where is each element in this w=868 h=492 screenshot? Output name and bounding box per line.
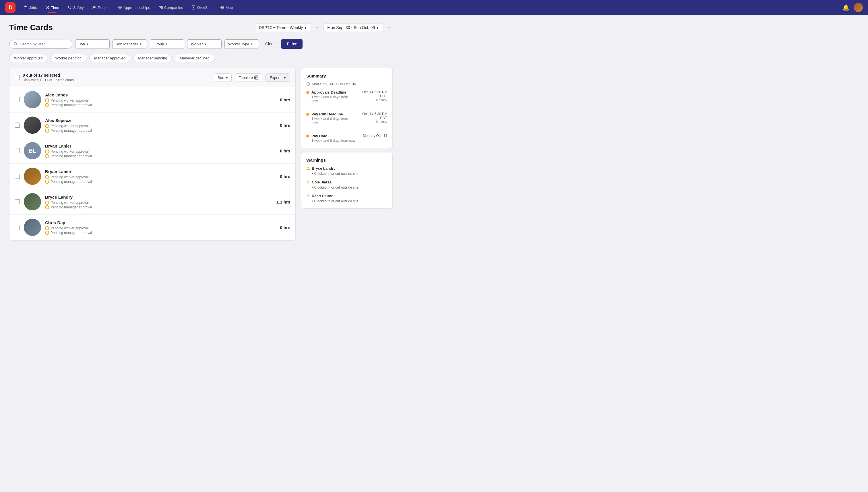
hours-display: 0 hrs (280, 123, 290, 128)
worker-filter[interactable]: Worker ▾ (187, 39, 222, 49)
date-range-selector[interactable]: Mon Sep, 30 - Sun Oct, 06 ▾ (323, 23, 382, 32)
nav-apprenticeships[interactable]: Apprenticeships (115, 4, 154, 11)
nav-map[interactable]: Map (217, 4, 236, 11)
status-pills: Worker approved Worker pending Manager a… (9, 54, 393, 62)
table-row[interactable]: BL Bryan Lanier Pending worker approval … (9, 138, 295, 164)
prev-week-button[interactable]: ← (313, 24, 321, 32)
worker-type-filter-label: Worker Type (228, 42, 249, 46)
warning-name-0: Bryce Landry (312, 166, 336, 171)
worker-pending-pill[interactable]: Worker pending (50, 54, 86, 62)
worker-type-filter[interactable]: Worker Type ▾ (224, 39, 259, 49)
dot-icon (306, 134, 309, 138)
nav-oversite[interactable]: OverSite (188, 4, 215, 11)
filter-button[interactable]: Filter (281, 39, 302, 49)
table-row[interactable]: Alex Jones Pending worker approval Pendi… (9, 87, 295, 113)
svg-point-3 (95, 6, 96, 7)
team-name: DSPTCH Team - Weekly (259, 25, 303, 30)
table-row[interactable]: Bryce Landry Pending worker approval Pen… (9, 189, 295, 215)
row-checkbox-4[interactable] (15, 199, 20, 204)
nav-time[interactable]: Time (42, 4, 62, 11)
svg-rect-0 (24, 7, 27, 9)
sort-button[interactable]: Sort ▾ (214, 73, 232, 82)
job-manager-filter[interactable]: Job Manager ▾ (113, 39, 147, 49)
warning-detail-0: Clocked in or out outside site (306, 172, 387, 176)
row-checkbox-2[interactable] (15, 148, 20, 153)
nav-jobs[interactable]: Jobs (20, 4, 40, 11)
group-filter[interactable]: Group ▾ (150, 39, 184, 49)
manager-status3: Pending manager approval (45, 154, 276, 158)
next-week-button[interactable]: → (385, 24, 393, 32)
manager-declined-pill[interactable]: Manager declined (175, 54, 214, 62)
avatar: BL (24, 142, 41, 159)
hours-display: 0 hrs (280, 97, 290, 102)
select-all-checkbox[interactable] (15, 75, 20, 80)
nav-companies[interactable]: Companies (155, 4, 187, 11)
job-manager-chevron-icon: ▾ (140, 42, 142, 46)
pay-date-label: Pay Date (312, 134, 355, 138)
manager-status6: Pending manager approval (45, 231, 276, 235)
tabulate-button[interactable]: Tabulate (235, 73, 262, 82)
date-range-chevron-icon: ▾ (377, 25, 379, 30)
status-dot-icon (45, 175, 49, 179)
dot-icon (306, 113, 309, 116)
nav-safety[interactable]: Safety (64, 4, 87, 11)
warning-triangle-icon: ⚠ (306, 180, 310, 184)
hours-display: 0 hrs (280, 148, 290, 153)
app-logo[interactable]: D (5, 2, 16, 13)
date-navigation: DSPTCH Team - Weekly ▾ ← Mon Sep, 30 - S… (255, 23, 393, 32)
manager-approved-pill[interactable]: Manager approved (89, 54, 130, 62)
user-avatar[interactable] (854, 3, 863, 12)
worker-filter-label: Worker (191, 42, 203, 46)
tabulate-icon (254, 75, 258, 79)
row-checkbox-0[interactable] (15, 97, 20, 102)
exports-button[interactable]: Exports ▾ (266, 73, 290, 82)
display-count: Displaying 1 - 17 of 17 time cards (23, 78, 74, 82)
table-row[interactable]: Alex Sepeczi Pending worker approval Pen… (9, 113, 295, 138)
svg-rect-9 (255, 76, 258, 79)
timecard-info: Chris Day Pending worker approval Pendin… (45, 220, 276, 235)
status-dot-icon (45, 205, 49, 209)
approvals-date: Oct, 14 5:30 PM CDT (355, 90, 387, 98)
avatar (24, 117, 41, 134)
worker-name: Bryce Landry (45, 195, 272, 199)
status-dot-icon (45, 98, 49, 102)
table-row[interactable]: Chris Day Pending worker approval Pendin… (9, 215, 295, 240)
status-dot-icon (45, 201, 49, 205)
search-input[interactable] (20, 42, 66, 46)
pay-run-day: Monday (355, 120, 387, 123)
pay-run-date: Oct, 14 5:30 PM CDT (355, 112, 387, 120)
date-range-text: Mon Sep, 30 - Sun Oct, 06 (327, 25, 375, 30)
row-checkbox-5[interactable] (15, 225, 20, 230)
row-checkbox-1[interactable] (15, 123, 20, 128)
worker-name: Bryan Lanier (45, 144, 276, 148)
manager-status1: Pending manager approval (45, 103, 276, 107)
clear-button[interactable]: Clear (262, 39, 278, 49)
timecard-info: Bryan Lanier Pending worker approval Pen… (45, 144, 276, 158)
nav-people[interactable]: People (89, 4, 113, 11)
worker-status1: Pending worker approval (45, 98, 276, 102)
notifications-button[interactable]: 🔔 (842, 4, 850, 11)
warnings-title: Warnings (306, 157, 387, 163)
job-filter[interactable]: Job ▾ (75, 39, 110, 49)
team-chevron-icon: ▾ (304, 25, 306, 30)
avatar (24, 219, 41, 236)
table-row[interactable]: Bryan Lanier Pending worker approval Pen… (9, 164, 295, 189)
hours-display: 0 hrs (280, 174, 290, 179)
pay-run-deadline-item: Pay Run Deadline 1 week and 6 days from … (306, 112, 387, 129)
filters-row: Job ▾ Job Manager ▾ Group ▾ Worker ▾ Wor… (9, 39, 393, 49)
manager-pending-pill[interactable]: Manager pending (133, 54, 172, 62)
warning-triangle-icon: ⚠ (306, 194, 310, 198)
warning-detail-1: Clocked in or out outside site (306, 186, 387, 190)
row-checkbox-3[interactable] (15, 174, 20, 179)
hours-display: 1.1 hrs (276, 199, 290, 204)
sort-chevron-icon: ▾ (226, 75, 228, 80)
page-title: Time Cards (9, 23, 53, 32)
worker-chevron-icon: ▾ (205, 42, 206, 46)
worker-approved-pill[interactable]: Worker approved (9, 54, 47, 62)
top-navigation: D Jobs Time Safety People Apprenticeship… (0, 0, 868, 15)
team-selector[interactable]: DSPTCH Team - Weekly ▾ (255, 23, 311, 32)
dot-icon (306, 91, 309, 94)
pay-run-sub: 1 week and 6 days from now (312, 117, 355, 125)
svg-point-8 (14, 43, 17, 45)
avatar (24, 91, 41, 108)
